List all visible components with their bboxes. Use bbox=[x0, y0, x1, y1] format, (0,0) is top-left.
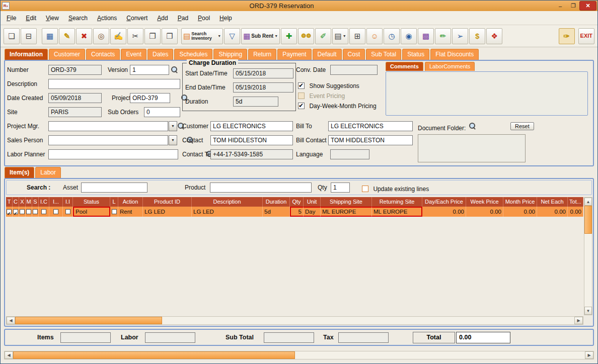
tab[interactable]: Status bbox=[402, 49, 429, 60]
column-header[interactable]: Status bbox=[73, 197, 110, 207]
status-cell[interactable]: Pool bbox=[73, 207, 110, 217]
items-total-input[interactable] bbox=[60, 332, 111, 343]
column-header[interactable]: Returning Site bbox=[372, 197, 422, 207]
column-header[interactable]: I.I bbox=[63, 197, 73, 207]
column-header[interactable]: L bbox=[110, 197, 118, 207]
menu-item[interactable]: Convert bbox=[126, 15, 147, 22]
layers-button[interactable]: ▤ ▼ bbox=[332, 28, 348, 44]
members-button[interactable]: ❽❽ bbox=[298, 28, 314, 44]
save-button[interactable]: ▦ bbox=[42, 28, 58, 44]
l-checkbox[interactable] bbox=[112, 209, 117, 214]
tab[interactable]: Default bbox=[313, 49, 342, 60]
column-header[interactable]: Duration bbox=[263, 197, 290, 207]
close-button[interactable]: ✕ bbox=[580, 2, 596, 10]
items-v-scrollbar[interactable]: ▲ ▼ bbox=[584, 197, 592, 315]
notes-button[interactable]: ✐ bbox=[315, 28, 331, 44]
menu-item[interactable]: Edit bbox=[26, 15, 36, 22]
row-checkbox-ii[interactable] bbox=[65, 209, 70, 214]
export-button[interactable]: ✍ bbox=[110, 28, 126, 44]
month-price-cell[interactable]: 0.00 bbox=[503, 207, 537, 217]
paste-button[interactable]: ❒ bbox=[162, 28, 178, 44]
row-checkbox-c[interactable] bbox=[13, 209, 18, 214]
date-created-input[interactable] bbox=[48, 93, 102, 103]
print-preview-button[interactable]: ⊞ bbox=[349, 28, 365, 44]
site-input[interactable] bbox=[48, 107, 102, 117]
week-price-cell[interactable]: 0.00 bbox=[466, 207, 503, 217]
asset-input[interactable] bbox=[81, 183, 147, 193]
comments-textarea[interactable] bbox=[386, 71, 588, 116]
description-cell[interactable]: LG LED bbox=[192, 207, 263, 217]
duration-input[interactable] bbox=[233, 97, 278, 107]
puzzle-button[interactable]: ❖ bbox=[486, 28, 502, 44]
tab[interactable]: Return bbox=[248, 49, 276, 60]
project-mgr-dropdown[interactable]: ▼ bbox=[169, 121, 177, 131]
bill-to-input[interactable] bbox=[328, 121, 413, 131]
exit-button[interactable]: EXIT bbox=[578, 28, 594, 44]
tab[interactable]: Dates bbox=[147, 49, 173, 60]
smiley-button[interactable]: ☺ bbox=[366, 28, 383, 44]
tab[interactable]: Cost bbox=[343, 49, 365, 60]
search-inventory-button[interactable]: ▤ Search Inventory ▼ bbox=[181, 28, 223, 44]
action-cell[interactable]: Rent bbox=[118, 207, 143, 217]
sub-total-input[interactable] bbox=[264, 332, 314, 343]
scroll-up-icon[interactable]: ▲ bbox=[584, 198, 592, 206]
unit-cell[interactable]: Day bbox=[304, 207, 321, 217]
day-each-price-cell[interactable]: 0.00 bbox=[422, 207, 466, 217]
column-header[interactable]: M bbox=[26, 197, 32, 207]
column-header[interactable]: C bbox=[13, 197, 19, 207]
scrollbar-thumb[interactable] bbox=[584, 206, 592, 234]
bill-to-search-icon[interactable] bbox=[469, 123, 476, 130]
duration-cell[interactable]: 5d bbox=[263, 207, 290, 217]
day-week-month-checkbox[interactable] bbox=[298, 103, 305, 109]
edit-button[interactable]: ✎ bbox=[59, 28, 75, 44]
menu-item[interactable]: Add bbox=[157, 15, 168, 22]
language-input[interactable] bbox=[330, 149, 369, 159]
conv-date-input[interactable] bbox=[330, 65, 378, 75]
scrollbar-thumb[interactable] bbox=[15, 317, 162, 324]
qty-cell[interactable]: 5 bbox=[290, 207, 304, 217]
scroll-right-icon[interactable]: ▶ bbox=[574, 317, 583, 324]
menu-item[interactable]: Actions bbox=[97, 15, 117, 22]
scroll-down-icon[interactable]: ▼ bbox=[584, 307, 592, 315]
column-header[interactable]: Day/Each Price bbox=[422, 197, 466, 207]
start-date-input[interactable] bbox=[233, 68, 293, 78]
bill-contact-input[interactable] bbox=[328, 135, 413, 145]
project-input[interactable] bbox=[130, 93, 170, 103]
net-each-cell[interactable]: 0.00 bbox=[537, 207, 568, 217]
table-row[interactable]: Pool Rent LG LED LG LED 5d 5 Day ML EURO… bbox=[6, 207, 583, 217]
column-header[interactable]: Action bbox=[118, 197, 143, 207]
row-checkbox-x[interactable] bbox=[20, 209, 25, 214]
column-header[interactable]: Month Price bbox=[503, 197, 537, 207]
tab[interactable]: Flat Discounts bbox=[430, 49, 479, 60]
tab[interactable]: Event bbox=[121, 49, 146, 60]
filter-button[interactable]: ▽ bbox=[224, 28, 240, 44]
column-header[interactable]: Shipping Site bbox=[321, 197, 372, 207]
media-button[interactable]: ◉ bbox=[401, 28, 417, 44]
qty-input[interactable] bbox=[331, 183, 350, 193]
add-line-button[interactable]: ✚ bbox=[281, 28, 297, 44]
wand-button[interactable]: ✑ bbox=[559, 28, 575, 44]
sales-person-dropdown[interactable]: ▼ bbox=[169, 135, 177, 145]
copy-button[interactable]: ❐ bbox=[144, 28, 161, 44]
column-header[interactable]: X bbox=[19, 197, 26, 207]
tab[interactable]: Payment bbox=[277, 49, 311, 60]
menu-item[interactable]: Pad bbox=[178, 15, 188, 22]
labor-planner-input[interactable] bbox=[48, 149, 178, 159]
column-header[interactable]: Qty bbox=[290, 197, 304, 207]
row-checkbox-t[interactable] bbox=[7, 209, 12, 214]
tot-cell[interactable]: 0.00 bbox=[568, 207, 583, 217]
scroll-right-icon[interactable]: ▶ bbox=[585, 351, 593, 359]
scrollbar-thumb[interactable] bbox=[13, 351, 295, 359]
money-button[interactable]: $ bbox=[469, 28, 485, 44]
column-header[interactable]: Tot... bbox=[568, 197, 583, 207]
minimize-button[interactable]: – bbox=[554, 2, 567, 10]
column-header[interactable]: Product ID bbox=[143, 197, 192, 207]
tab[interactable]: Contacts bbox=[86, 49, 120, 60]
column-header[interactable]: Description bbox=[192, 197, 263, 207]
project-mgr-input[interactable] bbox=[48, 121, 168, 131]
shipping-site-cell[interactable]: ML EUROPE bbox=[321, 207, 372, 217]
column-header[interactable]: S bbox=[32, 197, 39, 207]
show-suggestions-checkbox[interactable] bbox=[298, 82, 305, 89]
labor-total-input[interactable] bbox=[145, 332, 195, 343]
history-button[interactable]: ◷ bbox=[384, 28, 400, 44]
